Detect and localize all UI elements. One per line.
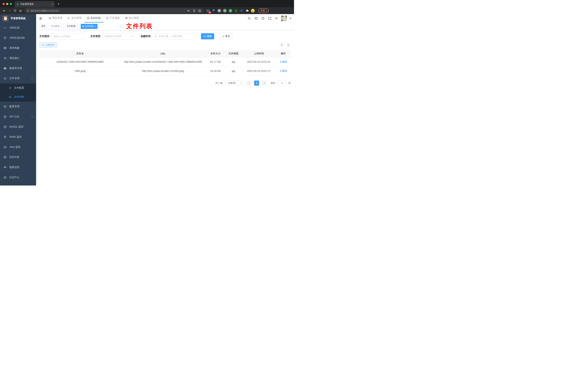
help-icon[interactable] — [261, 17, 264, 20]
tags-view-bar: 首页 个人中心 × 文件配置 × 文件列表 × 文件列表 — [36, 22, 294, 30]
sidebar-item-mysql-monitor[interactable]: MySQL 监控 — [0, 122, 36, 132]
extension-command-icon[interactable]: ⌘ — [217, 9, 221, 12]
sidebar-item-label: 配置管理 — [9, 105, 33, 108]
search-button[interactable]: 搜索 — [201, 33, 214, 39]
sidebar-item-java-monitor[interactable]: Java 监控 — [0, 142, 36, 152]
cell-url: http://test.yudao.iocoder.cn/1000.jpeg — [121, 66, 206, 76]
site-favicon-icon — [16, 3, 19, 5]
refresh-table-button[interactable] — [286, 42, 291, 47]
tag-close-icon[interactable]: × — [76, 25, 77, 27]
top-nav-pay[interactable]: ¥ 支付管理 — [65, 14, 84, 22]
date-end-placeholder[interactable]: 结束日期 — [172, 35, 182, 38]
sidebar-item-label: 代码生成 — [9, 26, 33, 30]
page-size-select[interactable]: 10条/页 — [226, 81, 244, 86]
share-icon[interactable] — [193, 9, 196, 12]
delete-button[interactable]: 删除 — [280, 69, 287, 73]
new-tab-button[interactable]: + — [57, 2, 60, 7]
sidebar-item-file-list[interactable]: 文件列表 — [0, 93, 36, 102]
window-minimize-button[interactable] — [6, 3, 8, 5]
page-number-current[interactable]: 1 — [254, 81, 259, 86]
sidebar-item-file-config[interactable]: 文件配置 — [0, 84, 36, 93]
next-page-button[interactable] — [262, 81, 267, 86]
date-range-picker[interactable]: 开始日期 - 结束日期 — [153, 33, 196, 39]
extension-balloon-icon[interactable] — [212, 9, 215, 12]
window-zoom-button[interactable] — [10, 3, 12, 5]
browser-menu-icon[interactable] — [266, 10, 267, 12]
file-path-input[interactable] — [54, 35, 83, 38]
extension-star-icon[interactable] — [234, 9, 238, 12]
browser-update-button[interactable]: 更新 — [258, 8, 269, 13]
upload-file-button[interactable]: 上传文件 — [39, 42, 57, 48]
tag-close-icon[interactable]: × — [61, 25, 62, 27]
sidebar-item-form-builder[interactable]: 表单构建 — [0, 43, 36, 53]
extension-grid-icon[interactable]: 11 — [206, 9, 210, 12]
sidebar-item-system-api[interactable]: 系统接口 — [0, 53, 36, 63]
extension-puzzle-icon[interactable] — [245, 9, 249, 12]
create-time-label: 创建时间 — [140, 35, 151, 38]
tag-profile[interactable]: 个人中心 × — [49, 24, 63, 29]
extension-dot-icon[interactable] — [223, 9, 227, 12]
avatar[interactable] — [281, 15, 287, 21]
sidebar-item-db-doc[interactable]: 数据库文档 — [0, 63, 36, 73]
tag-home[interactable]: 首页 — [39, 24, 48, 29]
tab-close-icon[interactable]: × — [52, 3, 53, 6]
home-icon[interactable] — [18, 8, 23, 13]
sidebar-item-label: 日志中心 — [9, 176, 33, 179]
top-nav-infra[interactable]: 基础设施 — [84, 14, 103, 22]
back-icon[interactable] — [2, 8, 7, 13]
window-close-button[interactable] — [2, 3, 5, 5]
font-size-icon[interactable]: TT — [275, 17, 277, 20]
file-type-select[interactable]: 请选择文件类型 — [102, 33, 135, 39]
tag-file-config[interactable]: 文件配置 × — [65, 24, 79, 29]
cell-file-name: 1000.jpeg — [39, 66, 121, 76]
sidebar-logo[interactable]: 芋道管理系统 — [0, 14, 36, 23]
prev-page-button[interactable] — [246, 81, 252, 86]
site-info-icon[interactable] — [27, 9, 29, 12]
top-nav-workflow[interactable]: 工作流程 — [103, 14, 122, 22]
goto-label: 前往 — [271, 82, 275, 85]
date-start-placeholder[interactable]: 开始日期 — [158, 35, 168, 38]
forward-icon[interactable] — [7, 8, 12, 13]
tag-file-list[interactable]: 文件列表 × — [81, 24, 97, 29]
fullscreen-icon[interactable] — [268, 17, 272, 20]
hide-search-button[interactable] — [279, 42, 284, 47]
password-key-icon[interactable] — [187, 9, 190, 12]
shield-check-icon — [4, 36, 7, 39]
sidebar-item-cron-job[interactable]: 定时任务 — [0, 152, 36, 162]
avatar-caret-icon[interactable] — [290, 18, 292, 19]
filter-form: 文件路径 文件类型 请选择文件类型 创建时间 开始日期 — [39, 33, 291, 39]
sidebar-item-config-manage[interactable]: 配置管理 — [0, 102, 36, 112]
url-text: 127.0.0.1:1024/infra/file/file — [31, 9, 59, 12]
sidebar-item-log-center[interactable]: 日志中心 — [0, 172, 36, 182]
reload-icon[interactable] — [13, 8, 17, 13]
extension-y-icon[interactable]: y — [229, 9, 232, 12]
sidebar-item-tracing[interactable]: 链路追踪 — [0, 162, 36, 172]
sidebar: 芋道管理系统 代码生成 代码生成示例 表单构建 系统接口 数据库文档 — [0, 14, 36, 186]
reset-button[interactable]: 重置 — [220, 33, 232, 39]
sidebar-item-redis-monitor[interactable]: Redis 监控 — [0, 132, 36, 142]
briefcase-icon — [106, 17, 109, 20]
sidebar-item-api-log[interactable]: API 日志 — [0, 112, 36, 122]
bookmark-star-icon[interactable] — [198, 9, 201, 12]
cell-file-type: jpg — [225, 57, 242, 66]
github-icon[interactable] — [254, 17, 258, 20]
sidebar-item-label: 定时任务 — [9, 156, 33, 159]
goto-page-input[interactable] — [278, 81, 286, 86]
hamburger-icon[interactable] — [37, 14, 44, 22]
sidebar-item-code-gen[interactable]: 代码生成 — [0, 23, 36, 33]
sidebar-item-file-manage[interactable]: 文件管理 — [0, 73, 36, 84]
top-nav-report[interactable]: 统计报表 — [122, 14, 142, 22]
search-icon[interactable] — [248, 17, 251, 20]
extension-emoji-icon[interactable] — [251, 9, 255, 12]
address-bar[interactable]: 127.0.0.1:1024/infra/file/file — [25, 8, 203, 13]
search-button-label: 搜索 — [207, 35, 212, 38]
top-nav-system[interactable]: 系统管理 — [46, 14, 65, 22]
sidebar-item-code-gen-example[interactable]: 代码生成示例 — [0, 33, 36, 43]
browser-tab[interactable]: 芋道管理系统 × — [14, 1, 55, 7]
extension-eye-icon[interactable] — [240, 9, 243, 12]
col-file-name: 文件名 — [39, 50, 121, 57]
app-title: 芋道管理系统 — [10, 17, 26, 20]
delete-button[interactable]: 删除 — [280, 60, 287, 64]
window-controls[interactable] — [0, 3, 14, 7]
tag-close-icon[interactable]: × — [95, 25, 96, 27]
